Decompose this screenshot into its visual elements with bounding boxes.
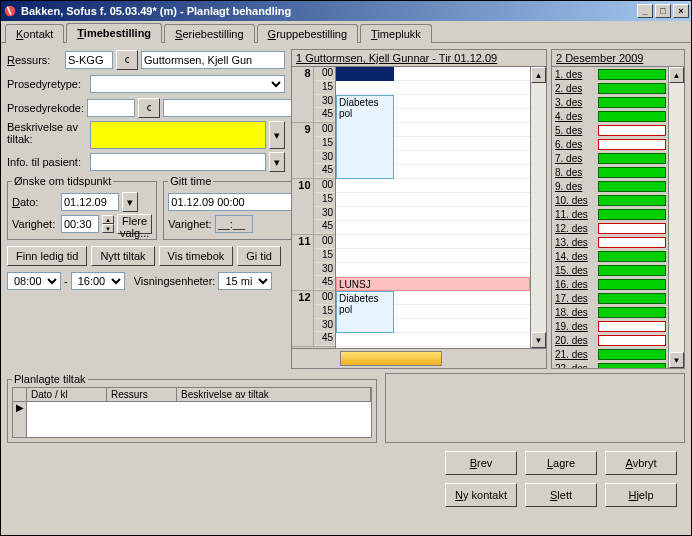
tab-timeplukk[interactable]: Timeplukk — [360, 24, 432, 43]
day-availability-bar[interactable] — [598, 307, 666, 318]
day-link[interactable]: 16. des — [552, 279, 596, 290]
day-link[interactable]: 21. des — [552, 349, 596, 360]
tiltak-grid[interactable]: Dato / kl Ressurs Beskrivelse av tiltak … — [12, 387, 372, 438]
ny-kontakt-button[interactable]: Ny kontakt — [445, 483, 517, 507]
onske-dato-picker-button[interactable]: ▾ — [122, 192, 138, 212]
slett-button[interactable]: Slett — [525, 483, 597, 507]
time-to-select[interactable]: 16:00 — [71, 272, 125, 290]
day-availability-bar[interactable] — [598, 209, 666, 220]
scroll-track[interactable] — [531, 83, 546, 332]
minimize-button[interactable]: _ — [637, 4, 653, 18]
onske-dato-input[interactable] — [61, 193, 119, 211]
prosedyrekode-input[interactable] — [87, 99, 135, 117]
day-availability-bar[interactable] — [598, 153, 666, 164]
day-link[interactable]: 7. des — [552, 153, 596, 164]
day-availability-bar[interactable] — [598, 363, 666, 369]
day-link[interactable]: 18. des — [552, 307, 596, 318]
day-availability-bar[interactable] — [598, 237, 666, 248]
day-link[interactable]: 22. des — [552, 363, 596, 369]
gi-tid-button[interactable]: Gi tid — [237, 246, 281, 266]
appointment-block[interactable]: Diabetes pol — [336, 291, 394, 333]
day-availability-bar[interactable] — [598, 167, 666, 178]
prosedyrekode-search-button[interactable] — [138, 98, 160, 118]
day-link[interactable]: 13. des — [552, 237, 596, 248]
beskrivelse-input[interactable] — [90, 121, 266, 149]
day-availability-bar[interactable] — [598, 349, 666, 360]
grid-col-dato[interactable]: Dato / kl — [27, 388, 107, 401]
info-dropdown-button[interactable]: ▾ — [269, 152, 285, 172]
month-scroll-up-button[interactable]: ▲ — [669, 67, 684, 83]
varighet-down-button[interactable]: ▼ — [102, 224, 114, 233]
ressurs-search-button[interactable] — [116, 50, 138, 70]
day-link[interactable]: 12. des — [552, 223, 596, 234]
day-availability-bar[interactable] — [598, 279, 666, 290]
day-availability-bar[interactable] — [598, 125, 666, 136]
finn-ledig-tid-button[interactable]: Finn ledig tid — [7, 246, 87, 266]
grid-col-beskrivelse[interactable]: Beskrivelse av tiltak — [177, 388, 371, 401]
varighet-up-button[interactable]: ▲ — [102, 215, 114, 224]
day-link[interactable]: 20. des — [552, 335, 596, 346]
info-pasient-input[interactable] — [90, 153, 266, 171]
maximize-button[interactable]: □ — [655, 4, 671, 18]
ressurs-code-input[interactable] — [65, 51, 113, 69]
schedule-grid[interactable]: 8001530459001530451000153045110015304512… — [291, 66, 547, 349]
day-link[interactable]: 3. des — [552, 97, 596, 108]
day-link[interactable]: 15. des — [552, 265, 596, 276]
day-availability-bar[interactable] — [598, 335, 666, 346]
prosedyretype-select[interactable] — [90, 75, 285, 93]
scroll-down-button[interactable]: ▼ — [531, 332, 546, 348]
avbryt-button[interactable]: Avbryt — [605, 451, 677, 475]
appointment-block[interactable]: Diabetes pol — [336, 95, 394, 179]
day-availability-bar[interactable] — [598, 97, 666, 108]
schedule-nav-button[interactable] — [340, 351, 442, 366]
day-link[interactable]: 14. des — [552, 251, 596, 262]
appointment-block[interactable] — [336, 67, 394, 81]
tab-kontakt[interactable]: Kontakt — [5, 24, 64, 43]
beskrivelse-dropdown-button[interactable]: ▾ — [269, 121, 285, 149]
day-availability-bar[interactable] — [598, 83, 666, 94]
tab-gruppebestilling[interactable]: Gruppebestilling — [257, 24, 359, 43]
day-link[interactable]: 4. des — [552, 111, 596, 122]
tab-timebestilling[interactable]: Timebestilling — [66, 23, 162, 43]
time-from-select[interactable]: 08:00 — [7, 272, 61, 290]
day-availability-bar[interactable] — [598, 293, 666, 304]
day-availability-bar[interactable] — [598, 139, 666, 150]
month-header[interactable]: 2 Desember 2009 — [556, 52, 643, 64]
schedule-header[interactable]: 1 Guttormsen, Kjell Gunnar - Tir 01.12.0… — [296, 52, 497, 64]
day-link[interactable]: 5. des — [552, 125, 596, 136]
hjelp-button[interactable]: Hjelp — [605, 483, 677, 507]
day-availability-bar[interactable] — [598, 223, 666, 234]
day-link[interactable]: 6. des — [552, 139, 596, 150]
grid-col-marker[interactable] — [13, 388, 27, 401]
visningsenheter-select[interactable]: 15 min — [218, 272, 272, 290]
scroll-up-button[interactable]: ▲ — [531, 67, 546, 83]
month-scroll-down-button[interactable]: ▼ — [669, 352, 684, 368]
ressurs-name-input[interactable] — [141, 51, 285, 69]
day-availability-bar[interactable] — [598, 265, 666, 276]
tab-seriebestilling[interactable]: Seriebestilling — [164, 24, 255, 43]
day-link[interactable]: 9. des — [552, 181, 596, 192]
nytt-tiltak-button[interactable]: Nytt tiltak — [91, 246, 154, 266]
day-link[interactable]: 11. des — [552, 209, 596, 220]
day-link[interactable]: 19. des — [552, 321, 596, 332]
day-link[interactable]: 10. des — [552, 195, 596, 206]
day-availability-bar[interactable] — [598, 69, 666, 80]
appointment-block[interactable]: LUNSJ — [336, 277, 530, 291]
day-availability-bar[interactable] — [598, 111, 666, 122]
day-availability-bar[interactable] — [598, 251, 666, 262]
day-link[interactable]: 1. des — [552, 69, 596, 80]
brev-button[interactable]: Brev — [445, 451, 517, 475]
lagre-button[interactable]: Lagre — [525, 451, 597, 475]
month-scroll-track[interactable] — [669, 83, 684, 352]
flere-valg-button[interactable]: Flere valg... — [117, 214, 152, 234]
day-link[interactable]: 17. des — [552, 293, 596, 304]
vis-timebok-button[interactable]: Vis timebok — [159, 246, 234, 266]
onske-varighet-input[interactable] — [61, 215, 99, 233]
close-button[interactable]: × — [673, 4, 689, 18]
day-link[interactable]: 8. des — [552, 167, 596, 178]
grid-col-ressurs[interactable]: Ressurs — [107, 388, 177, 401]
day-availability-bar[interactable] — [598, 181, 666, 192]
day-availability-bar[interactable] — [598, 321, 666, 332]
day-link[interactable]: 2. des — [552, 83, 596, 94]
day-availability-bar[interactable] — [598, 195, 666, 206]
